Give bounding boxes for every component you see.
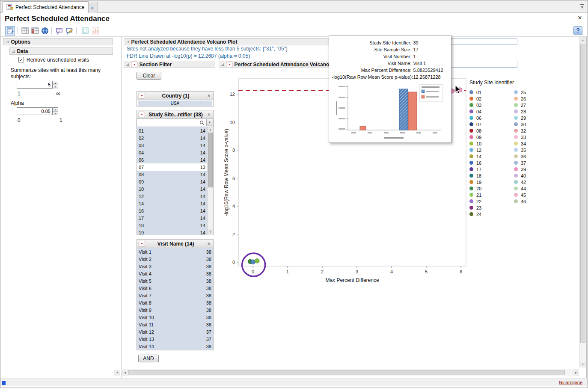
site-search-input[interactable] <box>137 119 200 126</box>
filter-item-visit-1[interactable]: Visit 138 <box>137 248 213 255</box>
disclosure-icon[interactable]: ⊿ <box>6 40 9 44</box>
legend-item-06[interactable]: 06 <box>469 115 509 121</box>
filter-item-18[interactable]: 1814 <box>137 222 207 229</box>
filter-item-08[interactable]: 0814 <box>137 171 207 178</box>
section-filter-menu-icon[interactable]: ▼ <box>131 62 137 67</box>
open-script-icon[interactable] <box>5 26 15 36</box>
legend-item-22[interactable]: 22 <box>469 198 509 204</box>
legend-item-20[interactable]: 20 <box>469 185 509 192</box>
legend-item-03[interactable]: 03 <box>469 102 509 108</box>
min-subjects-increment-icon[interactable]: ▲ <box>53 81 58 85</box>
legend-item-44[interactable]: 44 <box>514 185 553 192</box>
legend-item-28[interactable]: 28 <box>514 108 553 115</box>
alpha-increment-icon[interactable]: ▲ <box>53 108 58 112</box>
legend-item-32[interactable]: 32 <box>514 127 553 134</box>
site-close-icon[interactable]: ✕ <box>206 113 211 117</box>
country-close-icon[interactable]: ✕ <box>206 94 211 98</box>
legend-item-07[interactable]: 07 <box>469 121 509 127</box>
legend-item-33[interactable]: 33 <box>514 134 553 140</box>
legend-item-42[interactable]: 42 <box>514 179 553 185</box>
legend-item-16[interactable]: 16 <box>469 160 509 166</box>
status-table-link[interactable]: Nicardipine <box>559 380 582 385</box>
and-button[interactable]: AND <box>138 355 159 362</box>
scroll-up-icon[interactable]: ▲ <box>580 37 586 43</box>
close-icon[interactable]: ✕ <box>576 15 583 21</box>
options-outline-header[interactable]: ⊿ Options <box>3 38 113 45</box>
legend-item-17[interactable]: 17 <box>469 166 509 172</box>
visit-close-icon[interactable]: ✕ <box>206 242 211 246</box>
search-dropdown-icon[interactable]: ▼ <box>206 119 213 126</box>
filter-item-04[interactable]: 0414 <box>137 149 207 156</box>
filter-item-visit-8[interactable]: Visit 838 <box>137 299 213 306</box>
scroll-down-icon[interactable]: ▼ <box>580 361 586 367</box>
filter-item-visit-9[interactable]: Visit 938 <box>137 306 213 314</box>
legend-item-09[interactable]: 09 <box>469 134 509 140</box>
filter-item-visit-14[interactable]: Visit 1438 <box>137 343 213 350</box>
filter-item-visit-12[interactable]: Visit 1237 <box>137 328 213 335</box>
scrollbar-thumb[interactable] <box>580 44 585 343</box>
legend-item-46[interactable]: 46 <box>514 198 553 204</box>
filter-item-visit-6[interactable]: Visit 638 <box>137 284 213 292</box>
legend-item-45[interactable]: 45 <box>514 192 553 198</box>
scrollbar-thumb[interactable] <box>208 133 213 187</box>
filter-item-usa[interactable]: USA <box>138 101 212 106</box>
filter-item-10[interactable]: 1014 <box>137 185 207 193</box>
legend-item-40[interactable]: 40 <box>514 172 553 179</box>
legend-item-04[interactable]: 04 <box>469 108 509 115</box>
filter-item-16[interactable]: 1614 <box>137 207 207 214</box>
disclosure-icon[interactable]: ⊿ <box>126 62 129 67</box>
data-table-icon[interactable] <box>20 26 30 36</box>
legend-item-27[interactable]: 27 <box>514 102 553 108</box>
country-menu-icon[interactable]: ▼ <box>139 93 145 98</box>
legend-item-12[interactable]: 12 <box>469 147 509 153</box>
legend-item-19[interactable]: 19 <box>469 179 509 185</box>
min-subjects-input[interactable] <box>17 81 53 89</box>
legend-item-39[interactable]: 39 <box>514 166 553 172</box>
clear-button[interactable]: Clear <box>137 72 161 80</box>
legend-item-23[interactable]: 23 <box>469 204 509 211</box>
legend-item-30[interactable]: 30 <box>514 121 553 127</box>
volcano-panel-menu-icon[interactable]: ▼ <box>226 62 232 67</box>
min-subjects-decrement-icon[interactable]: ▼ <box>53 85 58 89</box>
legend-item-24[interactable]: 24 <box>469 211 509 217</box>
filter-item-visit-3[interactable]: Visit 338 <box>137 263 213 270</box>
legend-item-37[interactable]: 37 <box>514 160 553 166</box>
tab-list-dropdown-icon[interactable]: ▼ <box>580 4 584 9</box>
filter-item-visit-4[interactable]: Visit 438 <box>137 270 213 277</box>
filter-item-visit-13[interactable]: Visit 1337 <box>137 335 213 343</box>
legend-item-01[interactable]: 01 <box>469 89 509 95</box>
main-horizontal-scrollbar[interactable]: ◀ ▶ <box>122 369 579 376</box>
scroll-left-icon[interactable]: ◀ <box>122 370 128 376</box>
legend-item-35[interactable]: 35 <box>514 147 553 153</box>
legend-item-29[interactable]: 29 <box>514 115 553 121</box>
alpha-input[interactable] <box>17 107 53 115</box>
filter-item-visit-11[interactable]: Visit 1138 <box>137 321 213 328</box>
legend-item-10[interactable]: 10 <box>469 140 509 147</box>
data-outline-header[interactable]: ⊿ Data <box>9 47 113 55</box>
scroll-right-icon[interactable]: ▶ <box>573 370 579 376</box>
legend-item-34[interactable]: 34 <box>514 140 553 147</box>
alpha-decrement-icon[interactable]: ▼ <box>53 112 58 115</box>
filter-item-visit-10[interactable]: Visit 1038 <box>137 314 213 321</box>
filter-item-02[interactable]: 0214 <box>137 134 207 142</box>
legend-item-26[interactable]: 26 <box>514 95 553 102</box>
site-list-scrollbar[interactable]: ▲ ▼ <box>207 127 213 235</box>
scroll-up-icon[interactable]: ▲ <box>208 127 213 133</box>
options-scroll-down-icon[interactable]: ▼ <box>114 370 120 376</box>
filter-item-09[interactable]: 0914 <box>137 178 207 185</box>
filter-item-19[interactable]: 1914 <box>137 229 207 235</box>
disclosure-icon[interactable]: ⊿ <box>126 40 129 44</box>
tab-perfect-scheduled-attendance[interactable]: Perfect Scheduled Attendance <box>2 1 89 13</box>
annotate-edit-icon[interactable] <box>64 26 74 36</box>
filter-item-03[interactable]: 0314 <box>137 142 207 149</box>
remove-unscheduled-checkbox[interactable]: ✓ <box>18 57 24 62</box>
filter-item-01[interactable]: 0114 <box>137 127 207 134</box>
scrollbar-thumb[interactable] <box>128 370 565 375</box>
legend-item-14[interactable]: 14 <box>469 153 509 160</box>
legend-item-02[interactable]: 02 <box>469 95 509 102</box>
legend-item-08[interactable]: 08 <box>469 127 509 134</box>
filter-item-visit-7[interactable]: Visit 738 <box>137 292 213 299</box>
journal-icon[interactable] <box>40 26 50 36</box>
filter-item-visit-2[interactable]: Visit 238 <box>137 255 213 263</box>
legend-item-18[interactable]: 18 <box>469 172 509 179</box>
